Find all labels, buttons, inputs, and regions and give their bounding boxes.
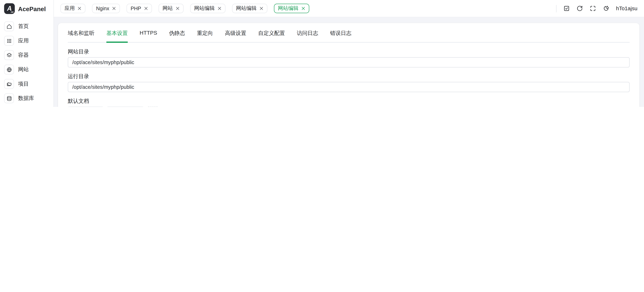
topbar-tab-strip: 应用 Nginx PHP 网站 网站编辑 网站编辑 <box>60 4 556 13</box>
site-edit-card: 域名和监听 基本设置 HTTPS 伪静态 重定向 高级设置 自定义配置 访问日志… <box>58 23 639 107</box>
brand-logo[interactable]: A ce AcePanel <box>0 0 53 17</box>
site-edit-tab-bar: 域名和监听 基本设置 HTTPS 伪静态 重定向 高级设置 自定义配置 访问日志… <box>68 23 630 43</box>
dark-mode-moon-icon[interactable] <box>603 6 609 12</box>
topbar-tab-label: 网站 <box>162 5 173 12</box>
topbar-divider <box>556 5 556 12</box>
default-docs-tags: index.php index.html + <box>68 107 630 107</box>
acepanel-app: A ce AcePanel 首页 应用 容器 网站 <box>0 0 644 107</box>
close-icon[interactable] <box>144 7 148 10</box>
close-icon[interactable] <box>301 7 305 10</box>
containers-layers-icon <box>4 50 14 60</box>
topbar-tab-label: 应用 <box>64 5 75 12</box>
topbar: 应用 Nginx PHP 网站 网站编辑 网站编辑 <box>54 0 644 17</box>
topbar-tab-site-edit-2[interactable]: 网站编辑 <box>232 4 267 13</box>
sidebar-item-label: 项目 <box>18 80 29 88</box>
tab-access-log[interactable]: 访问日志 <box>297 30 318 42</box>
todo-checkbox-icon[interactable] <box>564 6 570 12</box>
tab-custom-config[interactable]: 自定义配置 <box>258 30 285 42</box>
brand-name: AcePanel <box>18 5 46 12</box>
run-dir-label: 运行目录 <box>68 73 630 79</box>
close-icon[interactable] <box>78 7 82 10</box>
projects-folders-icon <box>4 79 14 89</box>
sidebar-item-containers[interactable]: 容器 <box>4 50 53 60</box>
site-dir-label: 网站目录 <box>68 49 630 55</box>
add-default-doc-button[interactable]: + <box>147 107 159 107</box>
tab-rewrite[interactable]: 伪静态 <box>169 30 185 42</box>
sidebar-item-home[interactable]: 首页 <box>4 21 53 31</box>
close-icon[interactable] <box>260 7 263 10</box>
topbar-tab-label: Nginx <box>96 6 109 11</box>
topbar-actions: hTo1ajsu <box>556 5 638 12</box>
logo-sub: ce <box>11 11 14 13</box>
main-content: 域名和监听 基本设置 HTTPS 伪静态 重定向 高级设置 自定义配置 访问日志… <box>54 17 644 107</box>
sidebar-item-label: 容器 <box>18 52 29 59</box>
tab-advanced-settings[interactable]: 高级设置 <box>225 30 246 42</box>
tab-basic-settings[interactable]: 基本设置 <box>106 30 128 42</box>
tab-error-log[interactable]: 错误日志 <box>330 30 352 42</box>
database-icon <box>4 93 14 103</box>
close-icon[interactable] <box>176 7 180 10</box>
globe-icon <box>4 65 14 75</box>
default-docs-label: 默认文档 <box>68 98 630 104</box>
apps-grid-icon <box>4 36 14 46</box>
topbar-tab-php[interactable]: PHP <box>126 4 152 13</box>
sidebar: A ce AcePanel 首页 应用 容器 网站 <box>0 0 54 107</box>
username[interactable]: hTo1ajsu <box>616 6 638 12</box>
sidebar-item-database[interactable]: 数据库 <box>4 93 53 103</box>
sidebar-item-websites[interactable]: 网站 <box>4 65 53 75</box>
sidebar-item-label: 首页 <box>18 23 29 30</box>
basic-settings-form: 网站目录 运行目录 默认文档 index.php index.html + <box>68 49 630 107</box>
brand-logo-icon: A ce <box>4 3 15 14</box>
tab-domains-listen[interactable]: 域名和监听 <box>68 30 94 42</box>
topbar-tab-site-edit-1[interactable]: 网站编辑 <box>190 4 226 13</box>
default-doc-tag: index.html <box>107 107 144 107</box>
refresh-icon[interactable] <box>577 6 583 12</box>
close-icon[interactable] <box>112 7 116 10</box>
topbar-tab-label: 网站编辑 <box>278 5 298 12</box>
sidebar-item-label: 网站 <box>18 66 29 73</box>
topbar-tab-site-edit-active[interactable]: 网站编辑 <box>274 4 309 13</box>
sidebar-item-label: 应用 <box>18 37 29 44</box>
topbar-tab-label: 网站编辑 <box>236 5 257 12</box>
close-icon[interactable] <box>218 7 221 10</box>
sidebar-item-apps[interactable]: 应用 <box>4 36 53 46</box>
topbar-tab-websites[interactable]: 网站 <box>158 4 184 13</box>
topbar-tab-nginx[interactable]: Nginx <box>92 4 120 13</box>
sidebar-menu: 首页 应用 容器 网站 项目 数据库 <box>0 21 53 107</box>
home-icon <box>4 21 14 31</box>
fullscreen-icon[interactable] <box>590 6 596 12</box>
sidebar-item-label: 数据库 <box>18 95 34 102</box>
topbar-tab-apps[interactable]: 应用 <box>60 4 86 13</box>
topbar-tab-label: PHP <box>130 6 141 11</box>
tab-https[interactable]: HTTPS <box>140 30 157 42</box>
site-dir-input[interactable] <box>68 57 630 67</box>
tab-redirect[interactable]: 重定向 <box>197 30 213 42</box>
default-doc-tag: index.php <box>68 107 104 107</box>
run-dir-input[interactable] <box>68 82 630 92</box>
topbar-tab-label: 网站编辑 <box>194 5 215 12</box>
sidebar-item-projects[interactable]: 项目 <box>4 79 53 89</box>
